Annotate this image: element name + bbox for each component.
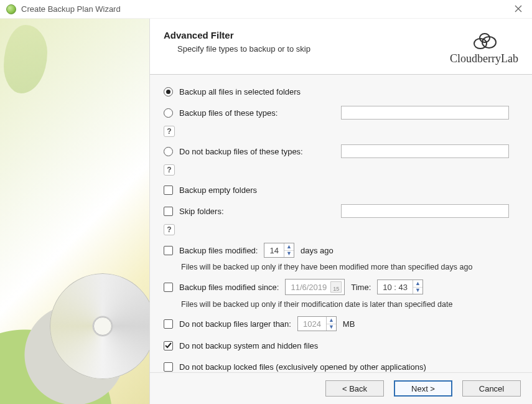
checkbox-skip-folders[interactable] — [164, 207, 173, 216]
spinner-time[interactable]: 10 : 43 ▲▼ — [377, 280, 423, 294]
chevron-up-icon[interactable]: ▲ — [327, 317, 336, 324]
spinner-modified-days[interactable]: 14 ▲▼ — [264, 243, 294, 258]
chevron-up-icon[interactable]: ▲ — [284, 243, 294, 251]
label-backup-types: Backup files of these types: — [179, 108, 335, 118]
label-skip-system: Do not backup system and hidden files — [179, 341, 318, 350]
input-skip-folders[interactable] — [341, 204, 509, 218]
brand-text: CloudberryLab — [450, 52, 518, 65]
hint-modified-since: Files will be backed up only if their mo… — [181, 300, 521, 309]
spinner-max-size[interactable]: 1024 ▲▼ — [297, 316, 337, 331]
input-skip-types[interactable] — [341, 144, 509, 158]
label-backup-empty: Backup empty folders — [179, 186, 257, 195]
cancel-button[interactable]: Cancel — [462, 380, 521, 397]
wizard-sidebar-graphic — [0, 19, 149, 404]
close-icon[interactable] — [511, 2, 526, 16]
chevron-up-icon[interactable]: ▲ — [413, 280, 422, 288]
app-icon — [6, 4, 16, 14]
radio-backup-types[interactable] — [164, 108, 173, 118]
checkbox-skip-system[interactable] — [164, 341, 173, 350]
input-backup-types[interactable] — [341, 106, 509, 120]
label-skip-folders: Skip folders: — [179, 207, 335, 216]
help-backup-types[interactable]: ? — [164, 126, 175, 137]
unit-modified-days: days ago — [301, 246, 334, 255]
chevron-down-icon[interactable]: ▼ — [284, 251, 294, 258]
page-title: Advanced Filter — [164, 30, 310, 40]
value-modified-since-date: 11/6/2019 — [291, 283, 327, 292]
checkbox-skip-locked[interactable] — [164, 362, 173, 372]
label-modified-since: Backup files modified since: — [179, 283, 279, 292]
chevron-down-icon[interactable]: ▼ — [413, 288, 422, 294]
wizard-footer: < Back Next > Cancel — [150, 372, 532, 404]
radio-backup-all[interactable] — [164, 87, 173, 96]
next-button[interactable]: Next > — [394, 380, 452, 397]
checkbox-max-size[interactable] — [164, 319, 173, 329]
label-skip-locked: Do not backup locked files (exclusively … — [179, 362, 426, 372]
label-time: Time: — [351, 283, 371, 292]
cloud-icon — [469, 30, 499, 51]
help-skip-types[interactable]: ? — [164, 164, 175, 176]
titlebar: Create Backup Plan Wizard — [0, 0, 532, 19]
page-subtitle: Specify file types to backup or to skip — [177, 44, 310, 54]
hint-modified-days: Files will be backed up only if they hav… — [181, 263, 521, 271]
help-skip-folders[interactable]: ? — [164, 224, 175, 235]
back-button[interactable]: < Back — [325, 380, 384, 397]
datepicker-modified-since[interactable]: 11/6/2019 15 — [285, 279, 345, 295]
label-skip-types: Do not backup files of these types: — [179, 147, 335, 156]
value-max-size: 1024 — [298, 317, 326, 331]
unit-max-size: MB — [343, 319, 355, 329]
chevron-down-icon[interactable]: ▼ — [327, 324, 336, 331]
checkbox-modified-since[interactable] — [164, 283, 173, 292]
calendar-icon[interactable]: 15 — [330, 281, 342, 293]
page-header: Advanced Filter Specify file types to ba… — [150, 19, 532, 75]
window-title: Create Backup Plan Wizard — [21, 4, 121, 14]
label-modified-days: Backup files modified: — [179, 246, 258, 255]
value-time: 10 : 43 — [378, 280, 413, 294]
checkbox-modified-days[interactable] — [164, 246, 173, 255]
brand-logo: CloudberryLab — [450, 30, 518, 65]
value-modified-days: 14 — [264, 243, 283, 257]
label-backup-all: Backup all files in selected folders — [179, 87, 301, 96]
radio-skip-types[interactable] — [164, 147, 173, 156]
label-max-size: Do not backup files larger than: — [179, 319, 291, 329]
content-panel: Backup all files in selected folders Bac… — [150, 75, 532, 372]
checkbox-backup-empty[interactable] — [164, 186, 173, 195]
